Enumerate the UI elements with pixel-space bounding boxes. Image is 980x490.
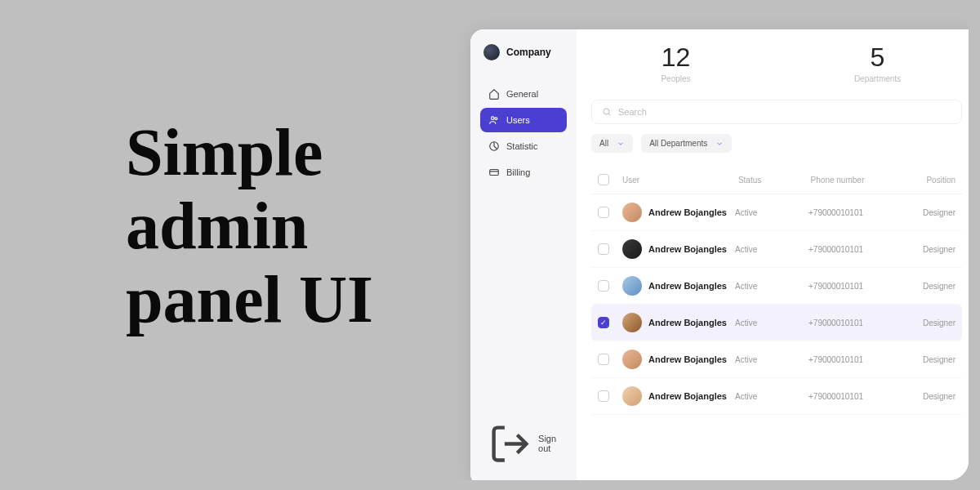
filter-label: All Departments bbox=[649, 139, 707, 148]
user-status: Active bbox=[735, 355, 808, 364]
stat-value: 5 bbox=[801, 42, 954, 73]
nav-label: Billing bbox=[506, 167, 530, 177]
filter-departments[interactable]: All Departments bbox=[641, 134, 732, 153]
user-phone: +79000010101 bbox=[808, 355, 897, 364]
credit-card-icon bbox=[488, 167, 500, 178]
user-phone: +79000010101 bbox=[808, 392, 897, 401]
col-user: User bbox=[617, 176, 738, 185]
user-status: Active bbox=[735, 208, 808, 217]
row-checkbox[interactable] bbox=[598, 317, 609, 328]
users-icon bbox=[488, 114, 500, 126]
user-phone: +79000010101 bbox=[808, 282, 897, 291]
company-logo-icon bbox=[483, 44, 500, 60]
stat-departments: 5 Departments bbox=[801, 42, 954, 83]
user-status: Active bbox=[735, 392, 808, 401]
col-phone: Phone number bbox=[811, 176, 898, 185]
row-checkbox[interactable] bbox=[598, 390, 609, 402]
home-icon bbox=[488, 88, 500, 100]
user-phone: +79000010101 bbox=[808, 245, 897, 254]
nav-item-billing[interactable]: Billing bbox=[480, 160, 567, 185]
filter-all[interactable]: All bbox=[591, 134, 633, 153]
col-position: Position bbox=[898, 176, 956, 185]
admin-panel-app: Company General Users Statistic Billing bbox=[470, 29, 969, 480]
user-phone: +79000010101 bbox=[808, 318, 897, 327]
user-name: Andrew Bojangles bbox=[648, 354, 735, 364]
user-phone: +79000010101 bbox=[808, 208, 897, 217]
user-position: Designer bbox=[897, 282, 956, 291]
user-name: Andrew Bojangles bbox=[648, 207, 735, 217]
svg-point-0 bbox=[492, 117, 495, 120]
user-name: Andrew Bojangles bbox=[648, 391, 735, 401]
chevron-down-icon bbox=[617, 140, 625, 148]
company-name: Company bbox=[506, 47, 551, 58]
avatar bbox=[622, 239, 642, 259]
user-name: Andrew Bojangles bbox=[648, 318, 735, 327]
user-position: Designer bbox=[897, 392, 956, 401]
filters-row: All All Departments bbox=[591, 134, 962, 153]
search-icon bbox=[602, 107, 612, 117]
stat-value: 12 bbox=[599, 42, 752, 73]
chevron-down-icon bbox=[715, 140, 724, 148]
brand: Company bbox=[480, 44, 567, 60]
pie-chart-icon bbox=[488, 140, 500, 152]
avatar bbox=[622, 276, 642, 296]
avatar bbox=[622, 350, 642, 369]
table-row[interactable]: Andrew BojanglesActive+79000010101Design… bbox=[591, 194, 962, 231]
row-checkbox[interactable] bbox=[598, 243, 609, 255]
nav-label: Users bbox=[506, 115, 530, 125]
select-all-checkbox[interactable] bbox=[598, 174, 609, 185]
search-field[interactable] bbox=[591, 100, 962, 124]
table-row[interactable]: Andrew BojanglesActive+79000010101Design… bbox=[591, 305, 962, 341]
user-position: Designer bbox=[897, 318, 956, 327]
stat-label: Departments bbox=[801, 74, 954, 83]
signout-icon bbox=[488, 422, 532, 466]
table-row[interactable]: Andrew BojanglesActive+79000010101Design… bbox=[591, 341, 962, 378]
avatar bbox=[622, 203, 642, 222]
stats-row: 12 Peoples 5 Departments bbox=[591, 42, 962, 83]
svg-point-6 bbox=[604, 109, 609, 114]
row-checkbox[interactable] bbox=[598, 207, 609, 218]
stat-label: Peoples bbox=[599, 74, 752, 83]
nav-item-users[interactable]: Users bbox=[480, 108, 567, 132]
user-name: Andrew Bojangles bbox=[648, 244, 735, 254]
svg-rect-3 bbox=[490, 170, 499, 176]
nav-label: Statistic bbox=[506, 141, 538, 151]
user-position: Designer bbox=[897, 208, 956, 217]
user-status: Active bbox=[735, 245, 808, 254]
row-checkbox[interactable] bbox=[598, 354, 609, 365]
user-status: Active bbox=[735, 318, 808, 327]
stat-peoples: 12 Peoples bbox=[599, 42, 752, 83]
user-position: Designer bbox=[897, 245, 956, 254]
hero-title: Simple admin panel UI bbox=[126, 116, 373, 337]
table-header: User Status Phone number Position bbox=[591, 166, 962, 194]
svg-point-1 bbox=[495, 118, 497, 120]
table-row[interactable]: Andrew BojanglesActive+79000010101Design… bbox=[591, 268, 962, 305]
sidebar: Company General Users Statistic Billing bbox=[470, 29, 577, 480]
table-row[interactable]: Andrew BojanglesActive+79000010101Design… bbox=[591, 378, 962, 415]
nav-label: General bbox=[506, 89, 538, 99]
nav-item-statistic[interactable]: Statistic bbox=[480, 134, 567, 158]
row-checkbox[interactable] bbox=[598, 280, 609, 292]
user-position: Designer bbox=[897, 355, 956, 364]
nav: General Users Statistic Billing bbox=[480, 82, 567, 185]
signout-label: Sign out bbox=[538, 434, 559, 453]
table-row[interactable]: Andrew BojanglesActive+79000010101Design… bbox=[591, 231, 962, 268]
search-input[interactable] bbox=[618, 107, 951, 117]
signout-button[interactable]: Sign out bbox=[480, 416, 567, 472]
col-status: Status bbox=[738, 176, 811, 185]
filter-label: All bbox=[599, 139, 608, 148]
svg-line-7 bbox=[608, 114, 611, 116]
user-name: Andrew Bojangles bbox=[648, 281, 735, 291]
user-status: Active bbox=[735, 282, 808, 291]
table-body: Andrew BojanglesActive+79000010101Design… bbox=[591, 194, 962, 415]
main-content: 12 Peoples 5 Departments All All Depa bbox=[577, 29, 969, 480]
nav-item-general[interactable]: General bbox=[480, 82, 567, 106]
avatar bbox=[622, 313, 642, 332]
avatar bbox=[622, 386, 642, 406]
